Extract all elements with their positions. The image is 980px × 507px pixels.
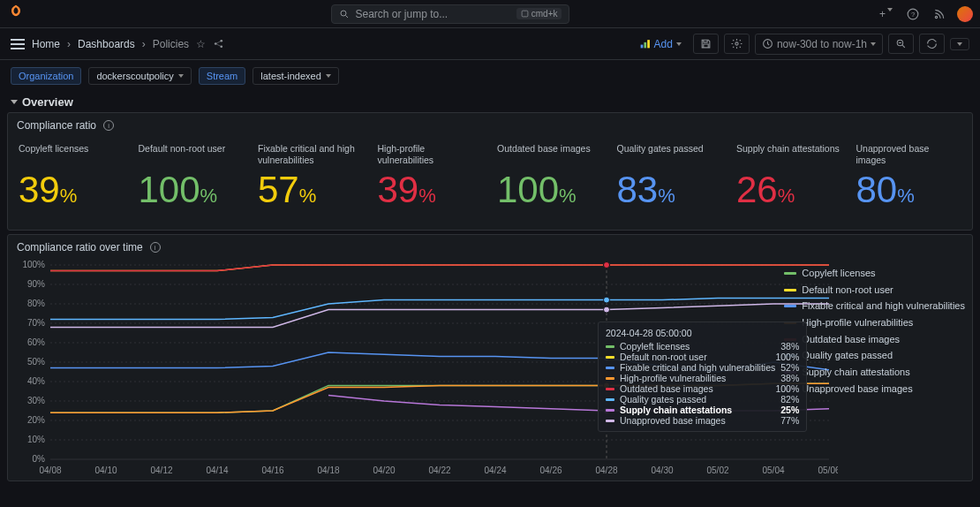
- svg-point-5: [215, 42, 217, 45]
- breadcrumb-bar: Home › Dashboards › Policies ☆ Add now-3…: [0, 28, 980, 60]
- stat-label: Outdated base images: [497, 143, 603, 166]
- svg-line-1: [346, 15, 349, 18]
- svg-text:20%: 20%: [27, 415, 45, 425]
- stat-value: 83%: [617, 169, 675, 210]
- svg-text:04/08: 04/08: [39, 465, 61, 475]
- var-stream-value[interactable]: latest-indexed: [253, 67, 339, 85]
- svg-text:05/02: 05/02: [706, 465, 728, 475]
- help-icon[interactable]: ?: [904, 5, 922, 23]
- star-icon[interactable]: ☆: [196, 38, 206, 50]
- save-button[interactable]: [693, 34, 719, 54]
- info-icon[interactable]: i: [103, 120, 114, 131]
- svg-text:100%: 100%: [22, 260, 45, 269]
- search-input[interactable]: Search or jump to... cmd+k: [331, 4, 569, 24]
- stat-default-non-root-user: Default non-root user 100%: [132, 143, 252, 208]
- legend-item[interactable]: Copyleft licenses: [784, 265, 965, 282]
- svg-line-9: [216, 44, 220, 46]
- svg-text:04/10: 04/10: [94, 465, 117, 475]
- time-range-picker[interactable]: now-30d to now-1h: [755, 34, 883, 55]
- stat-value: 57%: [258, 169, 316, 210]
- chevron-down-icon: [11, 100, 18, 104]
- variables-bar: Organization dockerscoutpolicy Stream la…: [0, 60, 980, 92]
- stat-label: Quality gates passed: [617, 143, 723, 166]
- stat-copyleft-licenses: Copyleft licenses 39%: [11, 143, 132, 208]
- search-icon: [339, 9, 350, 19]
- svg-line-8: [216, 42, 220, 43]
- svg-text:60%: 60%: [27, 337, 45, 347]
- svg-rect-10: [640, 45, 643, 49]
- info-icon[interactable]: i: [150, 242, 161, 253]
- svg-text:70%: 70%: [27, 318, 45, 328]
- add-menu-button[interactable]: +: [877, 5, 895, 23]
- svg-text:0%: 0%: [33, 454, 46, 464]
- stat-label: High-profile vulnerabilities: [378, 143, 484, 166]
- chart-legend: Copyleft licensesDefault non-root userFi…: [784, 265, 965, 397]
- legend-item[interactable]: Outdated base images: [784, 331, 965, 348]
- stat-quality-gates-passed: Quality gates passed 83%: [610, 143, 730, 208]
- search-hint: cmd+k: [516, 8, 562, 19]
- stat-outdated-base-images: Outdated base images 100%: [490, 143, 610, 208]
- var-org-value[interactable]: dockerscoutpolicy: [88, 67, 191, 85]
- zoom-out-button[interactable]: [888, 34, 914, 54]
- stat-value: 80%: [856, 169, 915, 210]
- svg-point-60: [604, 262, 610, 269]
- top-bar: Search or jump to... cmd+k + ?: [0, 0, 980, 28]
- stat-value: 39%: [19, 169, 77, 210]
- svg-text:05/04: 05/04: [762, 465, 784, 475]
- stat-label: Unapproved base images: [856, 143, 962, 166]
- refresh-interval-picker[interactable]: [950, 38, 969, 50]
- panel-compliance-over-time: Compliance ratio over timei 0%10%20%30%4…: [7, 234, 973, 481]
- svg-text:04/20: 04/20: [373, 465, 395, 475]
- stat-grid: Copyleft licenses 39%Default non-root us…: [8, 138, 972, 230]
- svg-text:04/30: 04/30: [651, 465, 673, 475]
- svg-point-13: [735, 42, 738, 45]
- grafana-logo-icon[interactable]: [7, 4, 25, 24]
- svg-point-61: [604, 297, 610, 303]
- row-overview[interactable]: Overview: [0, 92, 980, 109]
- svg-point-6: [220, 40, 222, 42]
- stat-value: 100%: [497, 169, 577, 210]
- chart-tooltip: 2024-04-28 05:00:00Copyleft licenses38%D…: [598, 322, 807, 432]
- settings-button[interactable]: [724, 34, 750, 54]
- user-avatar[interactable]: [957, 6, 973, 22]
- crumb-home[interactable]: Home: [32, 38, 60, 50]
- stat-value: 100%: [139, 169, 218, 210]
- legend-item[interactable]: High-profile vulnerabilities: [784, 314, 965, 331]
- legend-item[interactable]: Fixable critical and high vulnerabilitie…: [784, 298, 965, 314]
- svg-text:04/26: 04/26: [539, 465, 562, 475]
- svg-text:40%: 40%: [27, 376, 45, 386]
- svg-text:05/06: 05/06: [818, 465, 838, 475]
- svg-rect-2: [522, 11, 528, 17]
- svg-text:04/12: 04/12: [150, 465, 172, 475]
- svg-text:04/18: 04/18: [317, 465, 339, 475]
- stat-value: 39%: [378, 169, 436, 210]
- legend-item[interactable]: Unapproved base images: [784, 381, 965, 397]
- panel-compliance-ratio: Compliance ratioi Copyleft licenses 39%D…: [7, 112, 973, 231]
- svg-text:30%: 30%: [27, 396, 45, 405]
- search-placeholder: Search or jump to...: [355, 8, 448, 20]
- panel-title: Compliance ratio over time: [17, 241, 143, 254]
- refresh-button[interactable]: [919, 34, 945, 54]
- stat-label: Copyleft licenses: [19, 143, 124, 166]
- svg-text:80%: 80%: [27, 299, 45, 308]
- svg-text:04/22: 04/22: [428, 465, 450, 475]
- add-panel-button[interactable]: Add: [633, 34, 688, 54]
- news-icon[interactable]: [931, 5, 948, 23]
- svg-text:50%: 50%: [27, 357, 45, 367]
- stat-label: Fixable critical and high vulnerabilitie…: [258, 143, 364, 166]
- svg-point-7: [220, 45, 222, 48]
- stat-high-profile-vulnerabilities: High-profile vulnerabilities 39%: [371, 143, 491, 208]
- legend-item[interactable]: Supply chain attestations: [784, 364, 965, 381]
- svg-rect-12: [647, 40, 650, 48]
- stat-fixable-critical-and-high-vulnerabilities: Fixable critical and high vulnerabilitie…: [251, 143, 371, 208]
- legend-item[interactable]: Quality gates passed: [784, 347, 965, 364]
- svg-point-63: [604, 306, 610, 313]
- crumb-dashboards[interactable]: Dashboards: [78, 38, 135, 50]
- menu-icon[interactable]: [11, 39, 25, 49]
- svg-text:04/16: 04/16: [261, 465, 283, 475]
- stat-label: Supply chain attestations: [736, 143, 842, 166]
- legend-item[interactable]: Default non-root user: [784, 282, 965, 299]
- svg-text:04/28: 04/28: [595, 465, 617, 475]
- share-icon[interactable]: [213, 38, 224, 49]
- svg-rect-11: [644, 42, 646, 49]
